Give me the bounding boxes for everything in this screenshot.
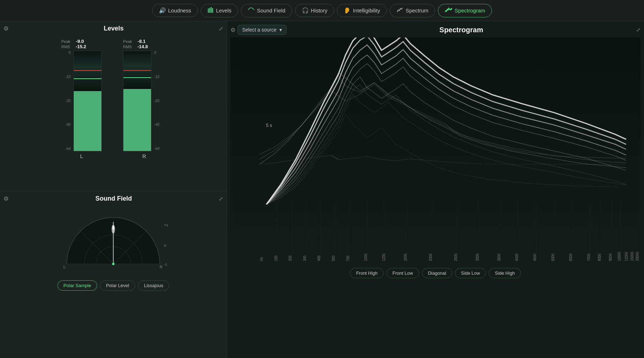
nav-history[interactable]: 🎧 History: [295, 4, 334, 17]
channel-r-bar: 0 -10 -20 -40 -Inf: [123, 51, 165, 151]
polar-level-btn[interactable]: Polar Level: [100, 280, 135, 291]
svg-text:8000: 8000: [598, 253, 601, 261]
svg-text:400: 400: [317, 255, 321, 261]
svg-text:2500: 2500: [454, 253, 458, 261]
svg-rect-3: [212, 8, 213, 13]
soundfield-settings-icon[interactable]: ⚙: [4, 195, 9, 202]
levels-icon: [207, 7, 214, 14]
svg-text:10000: 10000: [617, 252, 621, 261]
svg-rect-0: [208, 9, 209, 13]
main-layout: ⚙ Levels ⤢ Peak -9.0 RMS -15.2: [0, 21, 644, 358]
loudness-icon: 🔊: [159, 7, 166, 14]
svg-text:6000: 6000: [569, 253, 573, 261]
svg-point-12: [112, 263, 115, 265]
soundfield-expand-icon[interactable]: ⤢: [219, 196, 223, 202]
front-high-btn[interactable]: Front High: [350, 268, 384, 278]
levels-panel: ⚙ Levels ⤢ Peak -9.0 RMS -15.2: [0, 21, 227, 191]
history-icon: 🎧: [302, 7, 309, 14]
soundfield-title: Sound Field: [9, 195, 219, 202]
time-label: 5 s: [266, 123, 272, 128]
polar-sample-btn[interactable]: Polar Sample: [57, 280, 97, 291]
svg-text:100: 100: [274, 255, 278, 261]
bar-l: [73, 51, 102, 151]
svg-text:3500: 3500: [497, 253, 501, 261]
spectrogram-expand-icon[interactable]: ⤢: [636, 27, 640, 33]
svg-rect-1: [209, 8, 210, 13]
nav-intelligibility[interactable]: 👂 Intelligibility: [337, 4, 387, 17]
nav-soundfield[interactable]: Sound Field: [241, 4, 292, 17]
front-low-btn[interactable]: Front Low: [387, 268, 419, 278]
svg-text:7000: 7000: [587, 253, 591, 261]
scale-col-r: 0 -10 -20 -40 -Inf: [153, 51, 165, 151]
svg-text:5000: 5000: [551, 253, 555, 261]
lissajous-btn[interactable]: Lissajous: [138, 280, 169, 291]
svg-text:3000: 3000: [475, 253, 479, 261]
svg-rect-2: [211, 7, 212, 13]
nav-loudness[interactable]: 🔊 Loudness: [152, 4, 198, 17]
left-panel: ⚙ Levels ⤢ Peak -9.0 RMS -15.2: [0, 21, 227, 358]
svg-text:L: L: [63, 265, 66, 269]
svg-text:1200: 1200: [382, 253, 386, 261]
freq-buttons: Front High Front Low Diagonal Side Low S…: [231, 268, 640, 278]
side-high-btn[interactable]: Side High: [489, 268, 521, 278]
spectrogram-header: ⚙ Select a source ▾ Spectrogram ⤢: [231, 25, 640, 35]
spectrum-icon: [396, 7, 404, 14]
svg-text:0: 0: [164, 244, 166, 247]
svg-text:15000: 15000: [630, 252, 634, 261]
spectrogram-svg: Hz 100 200 300 400 500 700 1000 1200 150…: [231, 38, 640, 264]
side-low-btn[interactable]: Side Low: [455, 268, 486, 278]
spectrogram-icon: [445, 7, 453, 14]
polar-visualization: +1 0 -1 L R: [4, 206, 223, 270]
channel-r: Peak -8.1 RMS -14.8: [123, 39, 165, 159]
spectrogram-visualization: 5 s: [231, 38, 640, 264]
bar-r: [123, 51, 151, 151]
top-navigation: 🔊 Loudness Levels Sound Field 🎧 History …: [0, 0, 644, 21]
svg-text:4000: 4000: [515, 253, 519, 261]
source-dropdown[interactable]: Select a source ▾: [238, 25, 287, 35]
channel-l-readings: Peak -9.0 RMS -15.2: [61, 39, 102, 49]
svg-text:20000: 20000: [635, 252, 639, 261]
levels-settings-icon[interactable]: ⚙: [4, 25, 9, 32]
svg-text:1000: 1000: [364, 253, 368, 261]
soundfield-buttons: Polar Sample Polar Level Lissajous: [4, 280, 223, 291]
svg-text:R: R: [160, 265, 162, 269]
soundfield-icon: [248, 7, 255, 14]
svg-text:4500: 4500: [533, 253, 537, 261]
svg-text:700: 700: [346, 255, 350, 261]
svg-text:200: 200: [288, 255, 292, 261]
levels-header: ⚙ Levels ⤢: [4, 25, 223, 32]
levels-title: Levels: [9, 25, 219, 32]
svg-text:9000: 9000: [609, 253, 612, 261]
soundfield-header: ⚙ Sound Field ⤢: [4, 195, 223, 202]
scale-col-l: 0 -10 -20 -40 -Inf: [61, 51, 72, 151]
svg-point-11: [112, 225, 114, 230]
intelligibility-icon: 👂: [344, 7, 351, 14]
svg-text:2000: 2000: [429, 253, 433, 261]
diagonal-btn[interactable]: Diagonal: [422, 268, 452, 278]
svg-text:+1: +1: [164, 223, 168, 227]
svg-text:300: 300: [303, 255, 307, 261]
levels-expand-icon[interactable]: ⤢: [219, 26, 223, 32]
soundfield-panel: ⚙ Sound Field ⤢: [0, 191, 227, 358]
svg-text:1500: 1500: [404, 253, 407, 261]
svg-text:12000: 12000: [624, 252, 628, 261]
nav-spectrogram[interactable]: Spectrogram: [438, 4, 492, 17]
channel-l: Peak -9.0 RMS -15.2 0 -10 -20: [61, 39, 102, 159]
spectrogram-settings-icon[interactable]: ⚙: [231, 27, 235, 33]
spectrogram-title: Spectrogram: [287, 26, 637, 34]
right-panel: ⚙ Select a source ▾ Spectrogram ⤢ 5 s: [227, 21, 644, 358]
source-select-group: ⚙ Select a source ▾: [231, 25, 287, 35]
nav-levels[interactable]: Levels: [201, 4, 238, 17]
channel-r-readings: Peak -8.1 RMS -14.8: [123, 39, 165, 49]
svg-text:Hz: Hz: [260, 257, 263, 261]
meter-grid: Peak -9.0 RMS -15.2 0 -10 -20: [4, 35, 223, 159]
svg-text:500: 500: [332, 255, 335, 261]
nav-spectrum[interactable]: Spectrum: [390, 4, 435, 17]
channel-l-bar: 0 -10 -20 -40 -Inf: [61, 51, 102, 151]
svg-text:-1: -1: [164, 262, 167, 266]
